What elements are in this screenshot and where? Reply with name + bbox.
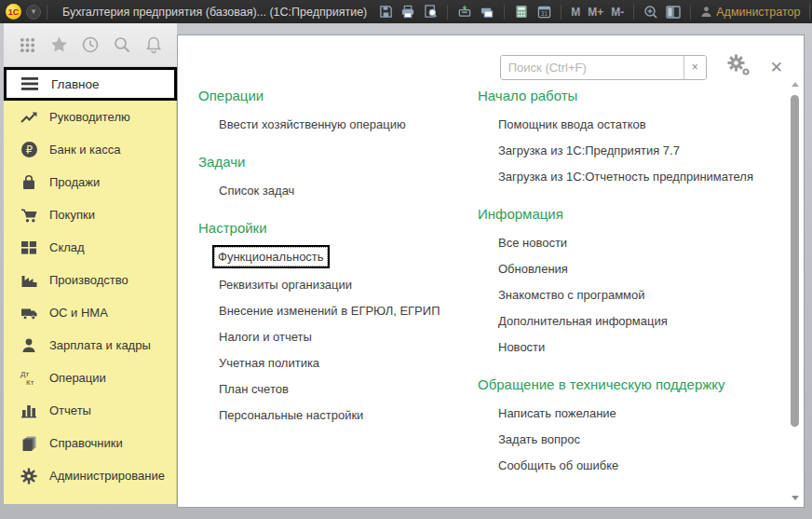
sidebar-item-label: Главное [51,77,100,91]
scroll-down-button[interactable] [789,492,802,503]
current-user[interactable]: Администратор [700,6,800,19]
person-icon [20,337,37,354]
search-input[interactable] [501,56,683,79]
command-link[interactable]: Налоги и отчеты [198,330,478,344]
print-file-button[interactable] [478,4,496,20]
command-link[interactable]: Написать пожелание [478,406,766,420]
separator [809,5,810,20]
sidebar-item-operacii[interactable]: ДтКт Операции [4,362,176,394]
truck-icon [20,305,38,321]
sidebar-item-proizvodstvo[interactable]: Производство [4,264,176,296]
sidebar-item-prodazhi[interactable]: Продажи [4,166,176,198]
memory-minus-button[interactable]: M- [611,6,624,19]
search-bar: × ✕ [500,54,783,80]
title-bar: 1С ▼ Бухгалтерия предприятия (базовая)..… [0,0,812,23]
command-link[interactable]: Все новости [478,236,766,250]
command-link[interactable]: Персональные настройки [198,408,478,422]
sidebar-item-administrirovanie[interactable]: Администрирование [4,459,176,492]
sidebar-item-spravochniki[interactable]: Справочники [4,427,176,459]
sidebar-item-otchety[interactable]: Отчеты [4,394,176,427]
command-link[interactable]: Загрузка из 1С:Отчетность предпринимател… [478,170,766,184]
command-link[interactable]: Внесение изменений в ЕГРЮЛ, ЕГРИП [198,304,478,318]
separator [504,5,505,20]
memory-plus-button[interactable]: M+ [588,6,603,19]
section-operacii: Операции Ввести хозяйственную операцию [198,88,478,131]
close-panel-icon[interactable]: ✕ [770,60,783,75]
main-panel: × ✕ Операции Ввести хозяйственную операц… [177,34,805,508]
search-clear-button[interactable]: × [683,56,706,79]
command-link[interactable]: Сообщить об ошибке [478,458,766,472]
triangle-down-icon [792,496,799,500]
section-informaciya: Информация Все новости Обновления Знаком… [478,206,766,354]
user-name: Администратор [716,6,800,19]
vertical-scrollbar [789,78,802,503]
cart-icon [20,207,38,224]
sidebar-item-bank-i-kassa[interactable]: ₽ Банк и касса [4,133,176,166]
print-preview-button[interactable] [421,4,440,20]
svg-text:₽: ₽ [25,143,32,157]
section-title: Информация [478,206,766,222]
command-link[interactable]: Реквизиты организации [198,278,478,292]
calendar-button[interactable]: 31 [535,4,553,20]
apps-grid-icon[interactable] [16,34,38,56]
svg-text:31: 31 [541,10,548,17]
clipboard-button[interactable] [455,4,474,20]
dtkt-icon: ДтКт [20,369,38,387]
command-link[interactable]: План счетов [198,382,478,396]
svg-text:Кт: Кт [26,378,34,387]
command-link[interactable]: Дополнительная информация [478,314,766,328]
section-title: Задачи [198,154,478,170]
boxes-icon [20,239,37,255]
sidebar-item-sklad[interactable]: Склад [4,231,176,264]
main-menu-button[interactable]: ▼ [26,5,41,20]
sidebar-menu: Руководителю ₽ Банк и касса Продажи Поку… [4,101,177,504]
triangle-up-icon [792,82,799,87]
settings-gear-icon[interactable] [727,54,751,80]
sidebar-item-os-i-nma[interactable]: ОС и НМА [4,296,176,329]
separator [561,5,562,20]
gear-icon [20,468,37,485]
memory-button[interactable]: M [571,6,580,19]
factory-icon [20,272,38,288]
section-title: Начало работы [478,88,766,103]
section-nastroyki: Настройки Функциональность Реквизиты орг… [198,220,478,422]
print-button[interactable] [399,4,417,20]
command-link[interactable]: Учетная политика [198,356,478,370]
menu-icon [20,75,39,92]
command-link[interactable]: Список задач [198,184,478,198]
sidebar-item-pokupki[interactable]: Покупки [4,198,176,231]
main-column-right: Начало работы Помощник ввода остатков За… [478,88,766,495]
window-title: Бухгалтерия предприятия (базовая)... (1С… [62,6,367,19]
history-icon[interactable] [79,34,102,56]
sidebar-item-rukovoditelyu[interactable]: Руководителю [4,101,176,133]
section-title: Настройки [198,220,478,236]
command-link[interactable]: Помощник ввода остатков [478,117,766,131]
search-icon[interactable] [111,34,133,56]
bag-icon [20,174,37,191]
split-window-button[interactable] [664,4,683,20]
sidebar-item-zarplata-i-kadry[interactable]: Зарплата и кадры [4,329,176,362]
scrollbar-thumb[interactable] [791,95,799,427]
scroll-up-button[interactable] [789,78,802,89]
notifications-bell-icon[interactable] [142,34,165,56]
trend-icon [20,110,38,125]
search-box: × [500,55,707,80]
sidebar-item-glavnoe[interactable]: Главное [4,67,177,101]
ruble-icon: ₽ [20,141,38,158]
command-link[interactable]: Знакомство с программой [478,288,766,302]
zoom-button[interactable] [642,4,660,20]
section-title: Обращение в техническую поддержку [478,376,766,392]
chart-icon [20,403,37,418]
command-link[interactable]: Ввести хозяйственную операцию [198,117,478,131]
save-button[interactable] [376,4,395,20]
favorites-star-icon[interactable] [47,34,70,56]
books-icon [20,435,37,452]
calculator-button[interactable] [512,4,531,20]
command-link-focused[interactable]: Функциональность [198,250,478,266]
command-link[interactable]: Новости [478,340,766,354]
separator [633,5,634,20]
command-link[interactable]: Задать вопрос [478,432,766,446]
user-icon [700,6,712,18]
command-link[interactable]: Обновления [478,262,766,276]
command-link[interactable]: Загрузка из 1С:Предприятия 7.7 [478,143,766,157]
